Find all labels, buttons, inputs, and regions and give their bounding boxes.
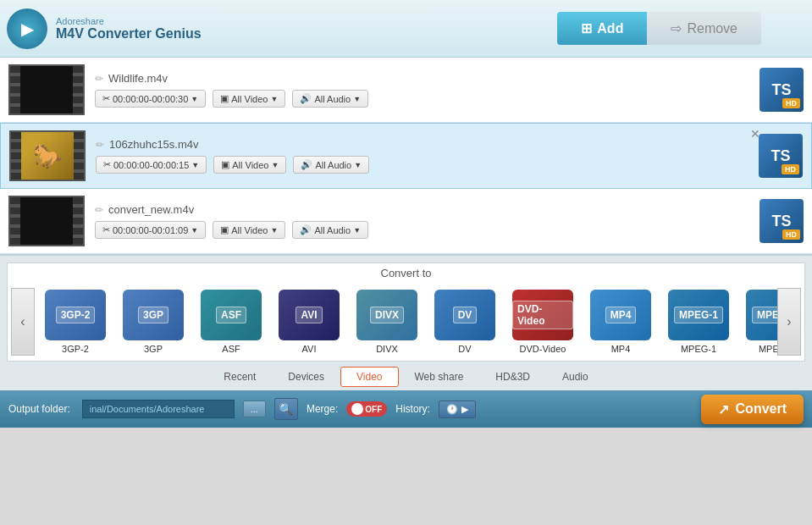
audio-icon: 🔊: [300, 224, 312, 235]
dropdown-arrow: ▼: [191, 95, 198, 103]
category-tab-hd3d[interactable]: HD&3D: [479, 367, 546, 387]
merge-label: Merge:: [307, 403, 338, 415]
video-icon: ▣: [221, 159, 229, 170]
format-carousel: ‹ 3GP-23GP-23GP3GPASFASFAVIAVIDIVXDIVXDV…: [7, 283, 805, 362]
format-item-3gp2[interactable]: 3GP-23GP-2: [38, 290, 113, 354]
file-controls: ✂ 00:00:00-00:00:30 ▼ ▣ All Video ▼ 🔊 Al…: [95, 90, 753, 108]
file-thumbnail: 🐎: [9, 130, 86, 181]
format-item-dvd-video[interactable]: DVD-VideoDVD-Video: [505, 290, 580, 354]
audio-track-selector[interactable]: 🔊 All Audio ▼: [292, 221, 368, 239]
badge-format-label: TS: [771, 81, 791, 99]
format-label-3gp2: 3GP-2: [62, 344, 89, 354]
format-icon-divx: DIVX: [356, 290, 417, 340]
format-item-dv[interactable]: DVDV: [428, 290, 502, 354]
scissor-icon: ✂: [103, 159, 111, 170]
edit-icon[interactable]: ✏: [96, 139, 104, 151]
format-label-divx: DIVX: [376, 344, 398, 354]
file-item: ✏ Wildlife.m4v ✂ 00:00:00-00:00:30 ▼ ▣ A…: [0, 58, 812, 123]
category-tab-devices[interactable]: Devices: [272, 367, 340, 387]
history-button[interactable]: 🕐 ▶: [439, 401, 476, 418]
search-button[interactable]: 🔍: [274, 398, 298, 420]
format-item-mpeg-2[interactable]: MPEG-2MPEG-2: [739, 290, 777, 354]
edit-icon[interactable]: ✏: [95, 204, 103, 216]
dropdown-arrow: ▼: [353, 226, 361, 235]
carousel-next-button[interactable]: ›: [777, 288, 801, 356]
format-item-asf[interactable]: ASFASF: [194, 290, 268, 354]
category-tab-video[interactable]: Video: [340, 367, 398, 387]
video-track-selector[interactable]: ▣ All Video ▼: [213, 90, 285, 108]
badge-format-label: TS: [771, 147, 790, 165]
format-tag-mp4: MP4: [605, 307, 637, 323]
audio-icon: 🔊: [300, 93, 312, 104]
file-name: ✏ Wildlife.m4v: [95, 72, 753, 85]
audio-track-selector[interactable]: 🔊 All Audio ▼: [293, 156, 369, 174]
video-track-selector[interactable]: ▣ All Video ▼: [213, 156, 286, 174]
category-tab-recent[interactable]: Recent: [207, 367, 272, 387]
output-format-badge[interactable]: TS HD: [760, 68, 804, 112]
duration-selector[interactable]: ✂ 00:00:00-00:00:15 ▼: [96, 156, 207, 174]
video-icon: ▣: [220, 93, 229, 104]
browse-button[interactable]: ...: [243, 401, 266, 417]
category-tab-audio[interactable]: Audio: [546, 367, 605, 387]
file-info: ✏ 106zhuhc15s.m4v ✂ 00:00:00-00:00:15 ▼ …: [96, 138, 752, 174]
badge-format-label: TS: [771, 213, 791, 230]
format-label-dvd-video: DVD-Video: [520, 344, 566, 354]
carousel-prev-button[interactable]: ‹: [11, 288, 35, 356]
app-name: M4V Converter Genius: [56, 26, 540, 41]
add-button[interactable]: ⊞ Add: [557, 12, 647, 45]
hd-label: HD: [782, 229, 800, 240]
format-icon-dv: DV: [434, 290, 495, 340]
file-name: ✏ 106zhuhc15s.m4v: [96, 138, 752, 151]
app-logo: ▶: [7, 8, 47, 49]
history-label: History:: [395, 403, 430, 415]
format-tag-dv: DV: [453, 307, 478, 323]
format-icon-3gp: 3GP: [123, 290, 184, 340]
format-icon-dvd-video: DVD-Video: [512, 290, 573, 340]
convert-button[interactable]: ↗ Convert: [701, 395, 804, 424]
format-item-mpeg-1[interactable]: MPEG-1MPEG-1: [661, 290, 736, 354]
video-track-selector[interactable]: ▣ All Video ▼: [213, 221, 285, 239]
logo-icon: ▶: [21, 19, 34, 39]
file-item: 🐎 ✏ 106zhuhc15s.m4v ✂ 00:00:00-00:00:15 …: [0, 123, 812, 189]
format-tag-3gp2: 3GP-2: [56, 307, 96, 323]
dropdown-arrow: ▼: [270, 95, 278, 103]
remove-button[interactable]: ⇨ Remove: [647, 12, 761, 45]
output-format-badge[interactable]: TS HD: [760, 199, 804, 243]
audio-icon: 🔊: [301, 159, 312, 170]
video-icon: ▣: [220, 224, 229, 235]
category-tabs: RecentDevicesVideoWeb shareHD&3DAudio: [0, 362, 812, 390]
format-tag-asf: ASF: [216, 307, 246, 323]
format-item-divx[interactable]: DIVXDIVX: [350, 290, 424, 354]
edit-icon[interactable]: ✏: [95, 73, 103, 85]
duration-selector[interactable]: ✂ 00:00:00-00:00:30 ▼: [95, 90, 206, 108]
format-item-avi[interactable]: AVIAVI: [272, 290, 346, 354]
format-icon-mpeg-2: MPEG-2: [746, 290, 777, 340]
category-tab-webshare[interactable]: Web share: [399, 367, 480, 387]
file-item: ✏ convert_new.m4v ✂ 00:00:00-00:01:09 ▼ …: [0, 189, 812, 254]
file-controls: ✂ 00:00:00-00:00:15 ▼ ▣ All Video ▼ 🔊 Al…: [96, 156, 752, 174]
app-brand: Adoreshare: [56, 16, 540, 26]
output-path-display: inal/Documents/Adoreshare: [82, 400, 235, 418]
format-item-mp4[interactable]: MP4MP4: [583, 290, 658, 354]
format-label-mp4: MP4: [611, 344, 631, 354]
merge-toggle[interactable]: OFF: [346, 401, 387, 417]
file-list: ✏ Wildlife.m4v ✂ 00:00:00-00:00:30 ▼ ▣ A…: [0, 58, 812, 256]
film-strip-right: [73, 66, 83, 113]
format-icon-3gp2: 3GP-2: [45, 290, 106, 340]
bottom-section: Convert to ‹ 3GP-23GP-23GP3GPASFASFAVIAV…: [0, 256, 812, 390]
output-format-badge[interactable]: TS HD: [759, 134, 803, 178]
film-strip-left: [10, 197, 20, 245]
file-info: ✏ Wildlife.m4v ✂ 00:00:00-00:00:30 ▼ ▣ A…: [95, 72, 753, 108]
file-name: ✏ convert_new.m4v: [95, 203, 753, 216]
audio-track-selector[interactable]: 🔊 All Audio ▼: [292, 90, 368, 108]
dropdown-arrow: ▼: [353, 95, 361, 103]
search-icon: 🔍: [279, 402, 293, 416]
clock-icon: 🕐: [446, 404, 458, 415]
toolbar: ⊞ Add ⇨ Remove: [557, 12, 761, 45]
format-label-dv: DV: [458, 344, 471, 354]
format-item-3gp[interactable]: 3GP3GP: [116, 290, 191, 354]
format-icon-mp4: MP4: [590, 290, 651, 340]
format-tag-mpeg-1: MPEG-1: [674, 307, 723, 323]
convert-icon: ↗: [718, 401, 729, 417]
duration-selector[interactable]: ✂ 00:00:00-00:01:09 ▼: [95, 221, 206, 239]
